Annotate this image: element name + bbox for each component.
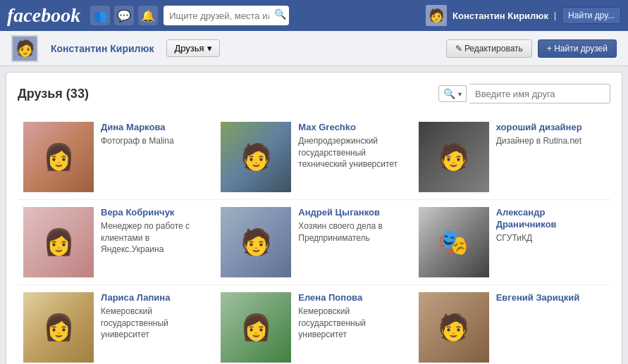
- friend-name[interactable]: хороший дизайнер: [496, 122, 605, 134]
- friend-detail: Кемеровский государственный университет: [101, 306, 209, 341]
- friend-photo[interactable]: 🧑: [419, 122, 489, 192]
- profile-bar-actions: ✎ Редактировать + Найти друзей: [227, 39, 617, 58]
- friends-grid: 👩Дина МарковаФотограф в Malina🧑Max Grech…: [18, 115, 610, 364]
- friend-detail: Днепродзержинский государственный технич…: [298, 135, 407, 170]
- global-search-button[interactable]: 🔍: [274, 8, 286, 20]
- friend-card: 👩Дина МарковаФотограф в Malina: [18, 115, 215, 200]
- friends-dropdown-button[interactable]: Друзья ▾: [166, 39, 219, 57]
- top-navigation: facebook 👥 💬 🔔 🔍 🧑 Константин Кирилюк | …: [0, 0, 628, 31]
- friend-search-bar: 🔍 ▾: [438, 84, 610, 103]
- friend-info: хороший дизайнерДизайнер в Rutina.net: [496, 122, 605, 147]
- top-user-name[interactable]: Константин Кирилюк: [452, 11, 548, 21]
- friend-photo[interactable]: 👩: [221, 292, 291, 363]
- friend-search-icon-area[interactable]: 🔍 ▾: [438, 85, 467, 102]
- friend-info: Вера КобринчукМенеджер по работе с клиен…: [101, 207, 209, 256]
- messages-nav-icon[interactable]: 💬: [114, 6, 134, 25]
- friend-card: 👩Елена ПоповаКемеровский государственный…: [215, 285, 412, 364]
- global-search-input[interactable]: [164, 6, 289, 25]
- friend-info: Елена ПоповаКемеровский государственный …: [298, 292, 407, 341]
- friends-header: Друзья (33) 🔍 ▾: [18, 84, 610, 103]
- friend-card: 👩Вера КобринчукМенеджер по работе с клие…: [18, 200, 215, 285]
- friend-name[interactable]: Max Grechko: [298, 122, 407, 134]
- friend-info: Александр ДраничниковСГУТиКД: [496, 207, 605, 244]
- friend-detail: СГУТиКД: [496, 232, 605, 244]
- friend-card: 🧑Андрей ЦыганковХозяин своего дела в Пре…: [215, 200, 412, 285]
- friends-dropdown-arrow: ▾: [207, 43, 212, 54]
- friend-photo[interactable]: 👩: [23, 292, 94, 363]
- main-content: Друзья (33) 🔍 ▾ 👩Дина МарковаФотограф в …: [6, 72, 622, 364]
- friend-detail: Кемеровский государственный университет: [298, 306, 407, 341]
- friends-nav-icon[interactable]: 👥: [90, 6, 110, 25]
- friend-detail: Менеджер по работе с клиентами в Яндекс.…: [101, 220, 209, 256]
- friend-name[interactable]: Вера Кобринчук: [101, 207, 209, 219]
- friend-photo[interactable]: 🧑: [419, 292, 489, 363]
- friend-search-magnifier-icon: 🔍: [443, 88, 455, 99]
- friend-detail: Хозяин своего дела в Предприниматель: [298, 220, 407, 244]
- profile-avatar[interactable]: 🧑: [11, 35, 38, 62]
- facebook-logo: facebook: [7, 4, 80, 27]
- friend-search-dropdown-icon[interactable]: ▾: [458, 90, 462, 98]
- friend-name[interactable]: Елена Попова: [298, 292, 407, 304]
- top-find-friends-button[interactable]: Найти дру...: [562, 7, 621, 24]
- friend-photo[interactable]: 🎭: [419, 207, 489, 277]
- friend-name[interactable]: Евгений Зарицкий: [496, 292, 605, 304]
- friend-detail: Дизайнер в Rutina.net: [496, 135, 605, 147]
- friend-photo[interactable]: 👩: [23, 122, 94, 192]
- add-friends-button[interactable]: + Найти друзей: [538, 39, 617, 58]
- top-separator: |: [554, 11, 556, 20]
- friend-name[interactable]: Андрей Цыганков: [298, 207, 407, 219]
- friend-info: Дина МарковаФотограф в Malina: [101, 122, 209, 147]
- user-area: 🧑 Константин Кирилюк | Найти дру...: [426, 5, 621, 26]
- friends-btn-label: Друзья: [174, 43, 204, 54]
- friend-detail: Фотограф в Malina: [101, 135, 209, 147]
- friends-title: Друзья (33): [18, 87, 89, 101]
- friend-card: 🧑Евгений Зарицкий: [413, 285, 610, 364]
- top-user-avatar[interactable]: 🧑: [426, 5, 447, 26]
- friend-name[interactable]: Лариса Лапина: [101, 292, 209, 304]
- profile-name-button[interactable]: Константин Кирилюк: [45, 40, 159, 57]
- friend-info: Евгений Зарицкий: [496, 292, 605, 306]
- friend-info: Андрей ЦыганковХозяин своего дела в Пред…: [298, 207, 407, 244]
- friend-name[interactable]: Дина Маркова: [101, 122, 209, 134]
- friend-photo[interactable]: 🧑: [221, 207, 291, 277]
- friend-photo[interactable]: 👩: [23, 207, 94, 277]
- nav-icon-group: 👥 💬 🔔: [90, 6, 158, 25]
- friend-card: 🎭Александр ДраничниковСГУТиКД: [413, 200, 610, 285]
- friend-card: 🧑Max GrechkoДнепродзержинский государств…: [215, 115, 412, 200]
- profile-bar: 🧑 Константин Кирилюк Друзья ▾ ✎ Редактир…: [0, 31, 628, 66]
- friend-card: 👩Лариса ЛапинаКемеровский государственны…: [18, 285, 215, 364]
- friend-name[interactable]: Александр Драничников: [496, 207, 605, 231]
- friend-info: Лариса ЛапинаКемеровский государственный…: [101, 292, 209, 341]
- notifications-nav-icon[interactable]: 🔔: [138, 6, 158, 25]
- friend-search-input[interactable]: [469, 84, 610, 103]
- friend-info: Max GrechkoДнепродзержинский государстве…: [298, 122, 407, 170]
- friend-photo[interactable]: 🧑: [221, 122, 291, 192]
- friend-card: 🧑хороший дизайнерДизайнер в Rutina.net: [413, 115, 610, 200]
- edit-profile-button[interactable]: ✎ Редактировать: [446, 39, 532, 58]
- global-search-wrap: 🔍: [164, 6, 289, 25]
